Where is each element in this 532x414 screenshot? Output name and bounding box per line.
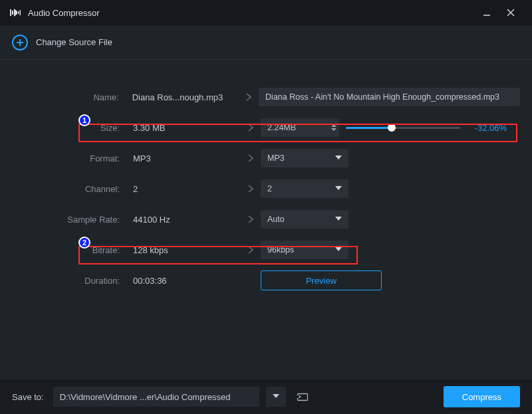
window-title: Audio Compressor xyxy=(28,8,100,18)
name-label: Name: xyxy=(12,92,127,102)
save-path-value: D:\Vidmore\Vidmore ...er\Audio Compresse… xyxy=(60,392,231,402)
save-to-label: Save to: xyxy=(12,392,44,402)
output-sample-rate-value: Auto xyxy=(267,215,285,224)
output-size-stepper[interactable]: 2.24MB xyxy=(261,118,339,137)
svg-rect-1 xyxy=(12,11,13,15)
source-sample-rate-value: 44100 Hz xyxy=(128,215,241,225)
svg-marker-11 xyxy=(335,186,342,190)
output-format-select[interactable]: MP3 xyxy=(261,149,348,167)
open-folder-button[interactable] xyxy=(293,387,313,407)
chevron-right-icon xyxy=(241,154,261,163)
save-path-dropdown-button[interactable] xyxy=(266,387,286,407)
source-channel-value: 2 xyxy=(128,184,241,194)
plus-icon[interactable] xyxy=(12,35,28,51)
size-delta-value: -32.06% xyxy=(467,123,507,133)
preview-button-label: Preview xyxy=(306,276,336,286)
svg-marker-14 xyxy=(273,394,279,398)
svg-marker-13 xyxy=(335,247,342,251)
annotation-marker-1: 1 xyxy=(78,114,90,126)
output-name-field[interactable]: Diana Ross - Ain't No Mountain High Enou… xyxy=(259,88,520,106)
sample-rate-label: Sample Rate: xyxy=(12,215,128,225)
minimize-window-button[interactable] xyxy=(475,0,499,25)
output-size-value: 2.24MB xyxy=(267,123,296,132)
source-name-value: Diana Ros...nough.mp3 xyxy=(127,92,239,102)
close-window-button[interactable] xyxy=(499,0,523,25)
chevron-right-icon xyxy=(241,245,261,255)
bitrate-label: Bitrate: xyxy=(12,245,128,255)
svg-marker-10 xyxy=(335,155,342,159)
duration-label: Duration: xyxy=(12,276,128,286)
chevron-down-icon xyxy=(335,247,342,253)
size-label: Size: xyxy=(12,123,128,133)
save-path-field[interactable]: D:\Vidmore\Vidmore ...er\Audio Compresse… xyxy=(53,387,259,407)
chevron-right-icon xyxy=(241,184,261,193)
svg-rect-3 xyxy=(18,11,19,14)
output-bitrate-select[interactable]: 96kbps xyxy=(261,241,348,259)
output-sample-rate-select[interactable]: Auto xyxy=(261,210,348,229)
source-format-value: MP3 xyxy=(128,154,241,163)
chevron-right-icon xyxy=(241,123,261,132)
chevron-down-icon xyxy=(335,217,342,222)
size-slider[interactable] xyxy=(346,121,460,134)
format-label: Format: xyxy=(12,154,128,163)
output-channel-value: 2 xyxy=(267,184,272,193)
slider-thumb[interactable] xyxy=(388,124,396,132)
svg-marker-2 xyxy=(14,9,17,17)
chevron-down-icon xyxy=(335,186,342,191)
svg-marker-12 xyxy=(335,217,342,221)
app-icon xyxy=(9,8,21,17)
source-size-value: 3.30 MB xyxy=(128,123,241,133)
preview-button[interactable]: Preview xyxy=(261,270,382,290)
chevron-right-icon xyxy=(239,92,259,102)
chevron-right-icon xyxy=(241,215,261,224)
source-bitrate-value: 128 kbps xyxy=(128,245,241,255)
channel-label: Channel: xyxy=(12,184,128,194)
svg-rect-4 xyxy=(20,10,21,15)
compress-button[interactable]: Compress xyxy=(444,386,520,407)
compress-button-label: Compress xyxy=(462,392,501,402)
chevron-down-icon xyxy=(335,155,342,161)
change-source-file-button[interactable]: Change Source File xyxy=(36,37,112,47)
svg-rect-0 xyxy=(10,9,11,16)
size-spinner-icon[interactable] xyxy=(331,124,336,131)
output-name-value: Diana Ross - Ain't No Mountain High Enou… xyxy=(265,92,499,102)
duration-value: 00:03:36 xyxy=(128,276,241,286)
annotation-marker-2: 2 xyxy=(78,237,90,249)
output-channel-select[interactable]: 2 xyxy=(261,179,348,198)
output-format-value: MP3 xyxy=(267,154,285,163)
output-bitrate-value: 96kbps xyxy=(267,245,294,255)
